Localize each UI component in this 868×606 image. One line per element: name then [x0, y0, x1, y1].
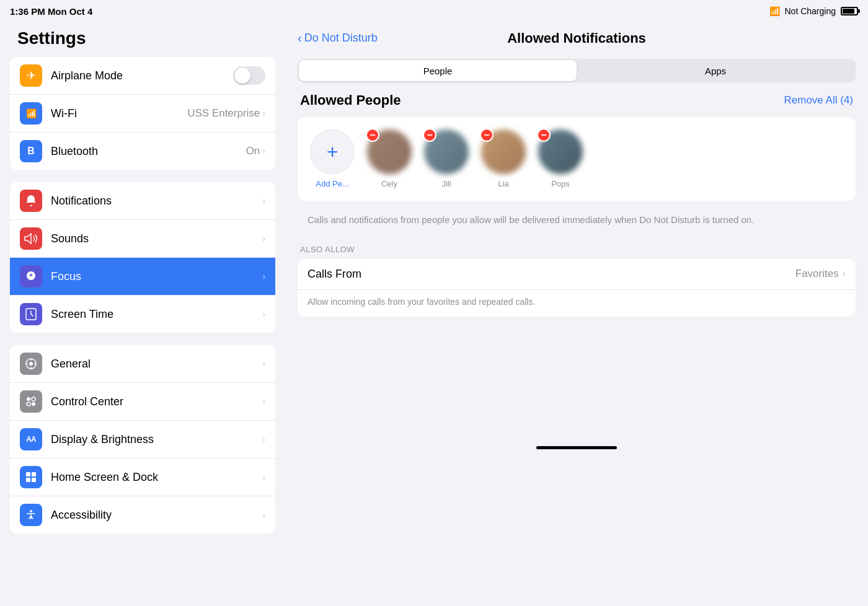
focus-icon [20, 265, 42, 288]
sidebar-item-bluetooth[interactable]: B Bluetooth On › [10, 133, 275, 170]
sidebar-item-general[interactable]: General › [10, 345, 275, 383]
sidebar-item-focus[interactable]: Focus › [10, 258, 275, 296]
remove-all-button[interactable]: Remove All (4) [784, 94, 853, 107]
add-person-item[interactable]: + Add Pe... [310, 130, 355, 188]
battery-icon [841, 7, 858, 15]
group-system: General › Control Center › AA Display & [10, 345, 275, 534]
wifi-icon: 📶 [769, 6, 780, 16]
airplane-icon: ✈ [20, 64, 42, 87]
svg-rect-9 [26, 478, 30, 482]
page-title: Allowed Notifications [507, 30, 646, 46]
sidebar-item-wifi[interactable]: 📶 Wi-Fi USS Enterprise › [10, 95, 275, 133]
person-jill[interactable]: − Jill [424, 130, 469, 188]
cely-remove-badge[interactable]: − [366, 128, 379, 142]
svg-point-5 [27, 402, 30, 406]
content-panel: ‹ Do Not Disturb Allowed Notifications P… [285, 22, 868, 606]
status-time: 1:36 PM Mon Oct 4 [10, 6, 92, 17]
people-card: + Add Pe... − Cely [298, 117, 856, 201]
people-grid: + Add Pe... − Cely [310, 130, 843, 188]
homescreen-chevron: › [262, 472, 265, 482]
calls-from-card: Calls From Favorites › Allow incoming ca… [298, 259, 856, 317]
sidebar-item-controlcenter[interactable]: Control Center › [10, 383, 275, 421]
pops-name: Pops [551, 179, 570, 188]
jill-name: Jill [441, 179, 451, 188]
lia-avatar-wrap: − [481, 130, 526, 174]
wifi-settings-icon: 📶 [20, 102, 42, 125]
person-pops[interactable]: − Pops [538, 130, 583, 188]
person-lia[interactable]: − Lia [481, 130, 526, 188]
wifi-label: Wi-Fi [51, 107, 187, 120]
status-right: 📶 Not Charging [769, 6, 859, 16]
bluetooth-label: Bluetooth [51, 145, 246, 158]
content-body: Allowed People Remove All (4) + Add Pe..… [285, 92, 868, 317]
homescreen-icon [20, 466, 42, 488]
sidebar-item-accessibility[interactable]: Accessibility › [10, 496, 275, 534]
segment-control: People Apps [298, 59, 856, 82]
calls-from-row[interactable]: Calls From Favorites › [298, 259, 856, 290]
general-chevron: › [262, 359, 265, 369]
cely-avatar-wrap: − [367, 130, 412, 174]
accessibility-icon [20, 504, 42, 526]
back-chevron-icon: ‹ [298, 31, 302, 45]
allowed-people-header: Allowed People Remove All (4) [298, 92, 856, 108]
notifications-icon [20, 190, 42, 212]
sidebar-item-display[interactable]: AA Display & Brightness › [10, 421, 275, 459]
calls-from-chevron: › [843, 268, 846, 279]
sidebar-item-notifications[interactable]: Notifications › [10, 182, 275, 220]
info-text: Calls and notifications from people you … [298, 206, 856, 237]
sounds-chevron: › [262, 234, 265, 244]
svg-rect-10 [32, 478, 36, 482]
controlcenter-icon [20, 390, 42, 413]
jill-remove-badge[interactable]: − [423, 128, 436, 142]
segment-people[interactable]: People [299, 60, 577, 81]
lia-name: Lia [498, 179, 508, 188]
bluetooth-chevron: › [262, 146, 265, 156]
svg-point-6 [32, 402, 35, 406]
screentime-chevron: › [262, 309, 265, 319]
calls-from-value: Favorites [795, 268, 839, 280]
svg-rect-7 [26, 472, 30, 476]
calls-from-desc: Allow incoming calls from your favorites… [298, 290, 856, 317]
accessibility-chevron: › [262, 510, 265, 520]
lia-remove-badge[interactable]: − [480, 128, 494, 142]
cely-name: Cely [381, 179, 397, 188]
focus-chevron: › [262, 271, 265, 281]
charging-label: Not Charging [785, 6, 836, 16]
pops-remove-badge[interactable]: − [537, 128, 551, 142]
content-header: ‹ Do Not Disturb Allowed Notifications [285, 22, 868, 54]
screentime-icon [20, 303, 42, 325]
back-button[interactable]: ‹ Do Not Disturb [298, 31, 378, 45]
notifications-chevron: › [262, 196, 265, 206]
svg-point-3 [27, 397, 30, 401]
svg-point-2 [29, 362, 33, 366]
home-indicator-area [285, 441, 868, 459]
homescreen-label: Home Screen & Dock [51, 471, 262, 484]
home-indicator [536, 446, 617, 449]
sidebar: Settings ✈ Airplane Mode 📶 Wi-Fi USS Ent… [0, 22, 285, 606]
back-label: Do Not Disturb [304, 32, 378, 45]
segment-apps[interactable]: Apps [577, 60, 854, 81]
sounds-label: Sounds [51, 232, 262, 245]
controlcenter-chevron: › [262, 397, 265, 406]
group-connectivity: ✈ Airplane Mode 📶 Wi-Fi USS Enterprise ›… [10, 57, 275, 170]
jill-avatar-wrap: − [424, 130, 469, 174]
airplane-toggle[interactable] [233, 66, 265, 85]
person-cely[interactable]: − Cely [367, 130, 412, 188]
sidebar-item-homescreen[interactable]: Home Screen & Dock › [10, 459, 275, 496]
sidebar-item-screentime[interactable]: Screen Time › [10, 296, 275, 333]
allowed-people-title: Allowed People [300, 92, 401, 108]
sidebar-item-airplane[interactable]: ✈ Airplane Mode [10, 57, 275, 95]
screentime-label: Screen Time [51, 308, 262, 321]
focus-label: Focus [51, 270, 262, 283]
general-label: General [51, 358, 262, 371]
svg-point-11 [30, 510, 32, 512]
sidebar-item-sounds[interactable]: Sounds › [10, 220, 275, 258]
accessibility-label: Accessibility [51, 509, 262, 522]
calls-from-label: Calls From [308, 268, 795, 281]
sidebar-title: Settings [10, 22, 275, 57]
sounds-icon [20, 227, 42, 250]
display-chevron: › [262, 434, 265, 444]
general-icon [20, 353, 42, 375]
bluetooth-icon: B [20, 140, 42, 162]
status-bar: 1:36 PM Mon Oct 4 📶 Not Charging [0, 0, 868, 22]
